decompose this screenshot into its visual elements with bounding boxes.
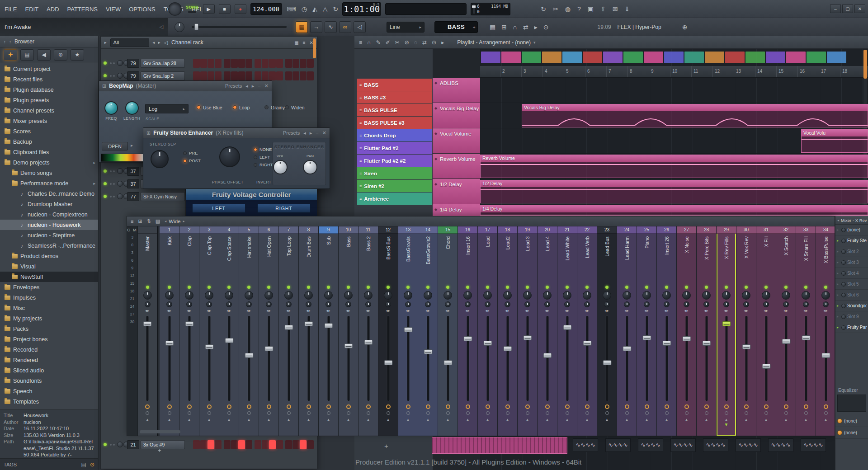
fader-handle[interactable] [662,341,671,346]
tree-item[interactable]: ♪ Plugin database [0,85,98,95]
stereo-sep-knob[interactable] [186,301,192,307]
collapse-up-icon[interactable]: ↑ [4,39,6,44]
favorites-tab-icon[interactable]: ★ [71,49,84,61]
mixer-channel[interactable]: 16 Insert 16 ◂▸ ▴ ▼ [458,226,478,436]
step-cell[interactable] [285,440,292,449]
magnet-icon[interactable]: ∩ [513,24,517,31]
close-button[interactable]: ✕ [854,5,865,13]
mixer-channel-name[interactable]: Lead Bus [597,234,617,284]
stereo-sep-knob[interactable] [564,301,570,307]
radio-option[interactable]: POST [183,157,201,164]
fx-enable-icon[interactable] [505,404,510,409]
mixer-channel[interactable]: 19 Lead 3 ◂▸ ▴ ▼ [518,226,538,436]
mixer-channel-number[interactable]: 20 [538,226,557,234]
help-icon[interactable]: ? [577,5,581,13]
fader-handle[interactable] [762,364,770,369]
wave-icon[interactable]: ∿ [325,21,337,33]
mini-clip[interactable] [562,52,582,63]
stereo-sep-knob[interactable] [445,301,451,307]
channel-mute-led[interactable] [104,443,107,446]
slot-mix-knob[interactable] [841,271,846,276]
mixer-channel[interactable]: 5 Hat shake ◂▸ ▴ ▼ [239,226,259,436]
record-arm-icon[interactable] [227,411,231,415]
routing-arrow-icon[interactable]: ▴ [725,417,727,422]
record-arm-icon[interactable] [327,411,330,415]
routing-arrow-icon[interactable]: ▴ [805,417,807,422]
stereo-sep-knob[interactable] [365,301,371,307]
stereo-link-arrows[interactable]: ◂▸ [465,309,470,313]
fx-enable-icon[interactable] [267,404,271,409]
pan-knob[interactable] [424,291,432,300]
beepmap-knob[interactable]: LENGTH [123,101,140,121]
routing-arrow-icon[interactable]: ▴ [327,417,330,422]
tree-item[interactable]: ♪ Scores [0,126,98,136]
pan-knob[interactable] [304,291,313,300]
volume-fader[interactable] [518,314,537,403]
volume-fader[interactable] [438,314,458,403]
record-arm-icon[interactable] [764,411,768,415]
chevron-left-icon[interactable]: ◂ [837,218,839,222]
fader-handle[interactable] [483,341,492,346]
tree-item[interactable]: ♪ Charles De..rmance Demo [0,188,98,199]
stereo-sep-knob[interactable] [306,301,311,307]
pan-knob[interactable] [623,291,631,300]
stereo-sep-knob[interactable] [823,301,829,307]
presets-label[interactable]: Presets [225,83,242,89]
speaker-icon[interactable]: ◁ [354,21,366,33]
mixer-channel-name[interactable]: Lead2 [498,234,517,284]
audio-clip[interactable]: ∿∿∿∿ [736,438,761,452]
track-header[interactable]: ◆ Vocal Volume [433,128,480,153]
pan-knob[interactable] [642,291,651,300]
record-arm-icon[interactable] [645,411,649,415]
fx-enable-icon[interactable] [605,404,609,409]
mini-clip[interactable] [501,52,521,63]
volume-fader[interactable] [299,314,318,403]
effect-slot[interactable]: ▸ Fruity Stereo [835,235,868,246]
effect-slot[interactable]: ▸ Fruity PanOM [835,322,868,333]
equalizer-display[interactable] [837,395,866,412]
option-toggle[interactable]: Widen [285,105,305,110]
beepmap-titlebar[interactable]: ⊞ BeepMap (Master) Presets ◂ ▸ − ✕ [99,81,272,91]
play-button[interactable]: ▶ [203,4,215,14]
snap-line-selector[interactable]: Line ▸ [387,22,425,33]
mixer-channel-name[interactable]: Lead Harm [617,234,637,284]
tree-item[interactable]: ♪ Demo songs [0,168,98,178]
playlist-title[interactable]: Playlist - Arrangement - (none) ▾ [457,39,535,46]
fx-enable-icon[interactable] [804,404,808,409]
channel-mixer-target[interactable]: 37 [127,167,139,176]
mixer-channel-name[interactable]: Clap Top [199,234,219,284]
mixer-channel-name[interactable]: Lead 4 [538,234,557,284]
mixer-channel-number[interactable]: 30 [736,226,756,234]
record-arm-icon[interactable] [247,411,251,415]
stop-button[interactable]: ■ [219,4,231,14]
record-arm-icon[interactable] [705,411,708,415]
mixer-channel-number[interactable]: 8 [299,226,318,234]
audio-clip[interactable]: ∿∿∿∿ [670,438,696,452]
audio-clip[interactable]: ∿∿∿∿ [605,438,631,452]
step-cell[interactable] [269,71,276,80]
mixer-channel[interactable]: 32 X Scatch ◂▸ ▴ ▼ [776,226,796,436]
stereo-link-arrows[interactable]: ◂▸ [545,309,549,313]
stereo-link-arrows[interactable]: ◂▸ [167,309,171,313]
routing-arrow-icon[interactable]: ▴ [168,417,170,422]
audio-clip[interactable]: ∿∿∿∿ [638,438,663,452]
step-cell[interactable] [262,440,269,449]
pattern-item[interactable]: ≡ BASS #3 [357,91,432,103]
wait-icon[interactable]: ◷ [302,5,307,13]
mixer-channel-number[interactable]: 32 [776,226,796,234]
mixer-channel-number[interactable]: 4 [219,226,239,234]
step-cell[interactable] [245,440,252,449]
slot-enable-icon[interactable]: ▸ [837,315,840,319]
master-volume-knob[interactable] [175,22,184,32]
volume-fader[interactable] [378,314,398,403]
fx-enable-icon[interactable] [665,404,669,409]
radio-option[interactable]: LEFT [254,153,273,161]
track-header[interactable]: ◆ 1/2 Delay [433,179,480,204]
automation-clip[interactable]: Vocal Volu [801,129,868,153]
mixer-channel-name[interactable]: BassGrowls2 [418,234,438,284]
slot-mix-knob[interactable] [841,260,846,265]
record-arm-icon[interactable] [585,411,589,415]
add-pattern-icon[interactable]: + [473,24,476,29]
mixer-channel-number[interactable]: 27 [677,226,696,234]
volume-fader[interactable] [657,314,676,403]
